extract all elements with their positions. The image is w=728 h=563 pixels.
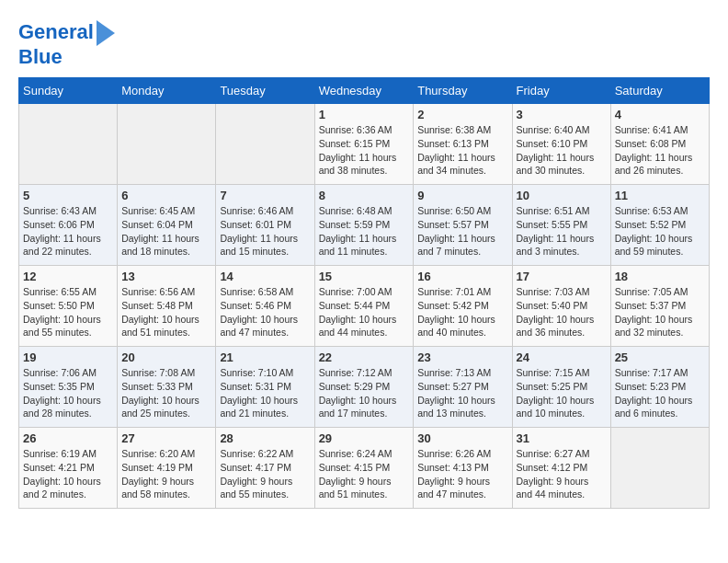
calendar-cell: 26Sunrise: 6:19 AM Sunset: 4:21 PM Dayli… (19, 428, 118, 509)
day-number: 10 (517, 189, 607, 202)
day-number: 22 (319, 350, 410, 364)
calendar-cell: 14Sunrise: 6:58 AM Sunset: 5:46 PM Dayli… (216, 266, 314, 347)
day-number: 13 (121, 270, 211, 283)
day-info: Sunrise: 7:15 AM Sunset: 5:25 PM Dayligh… (517, 366, 607, 420)
day-info: Sunrise: 6:53 AM Sunset: 5:52 PM Dayligh… (615, 204, 705, 259)
calendar-cell: 13Sunrise: 6:56 AM Sunset: 5:48 PM Dayli… (118, 266, 216, 347)
calendar-cell (610, 428, 709, 509)
day-number: 23 (417, 350, 507, 364)
calendar-cell: 28Sunrise: 6:22 AM Sunset: 4:17 PM Dayli… (216, 428, 314, 509)
calendar-cell: 6Sunrise: 6:45 AM Sunset: 6:04 PM Daylig… (118, 185, 216, 266)
day-info: Sunrise: 7:13 AM Sunset: 5:27 PM Dayligh… (417, 366, 507, 420)
day-info: Sunrise: 6:56 AM Sunset: 5:48 PM Dayligh… (121, 285, 211, 339)
calendar-cell: 27Sunrise: 6:20 AM Sunset: 4:19 PM Dayli… (118, 428, 216, 509)
week-row-2: 5Sunrise: 6:43 AM Sunset: 6:06 PM Daylig… (19, 185, 710, 266)
page-header: General Blue (18, 18, 710, 68)
day-header-friday: Friday (512, 78, 610, 104)
day-number: 29 (319, 431, 410, 445)
day-info: Sunrise: 6:24 AM Sunset: 4:15 PM Dayligh… (319, 447, 410, 501)
calendar-cell: 4Sunrise: 6:41 AM Sunset: 6:08 PM Daylig… (610, 104, 709, 185)
calendar-cell: 2Sunrise: 6:38 AM Sunset: 6:13 PM Daylig… (414, 104, 512, 185)
calendar-cell (19, 104, 118, 185)
calendar-table: SundayMondayTuesdayWednesdayThursdayFrid… (18, 77, 710, 509)
calendar-cell: 7Sunrise: 6:46 AM Sunset: 6:01 PM Daylig… (216, 185, 314, 266)
day-info: Sunrise: 6:51 AM Sunset: 5:55 PM Dayligh… (517, 204, 607, 259)
day-info: Sunrise: 7:03 AM Sunset: 5:40 PM Dayligh… (517, 285, 607, 339)
day-info: Sunrise: 6:26 AM Sunset: 4:13 PM Dayligh… (417, 447, 507, 501)
day-info: Sunrise: 6:45 AM Sunset: 6:04 PM Dayligh… (121, 204, 211, 259)
calendar-cell: 9Sunrise: 6:50 AM Sunset: 5:57 PM Daylig… (414, 185, 512, 266)
calendar-cell: 23Sunrise: 7:13 AM Sunset: 5:27 PM Dayli… (414, 347, 512, 428)
day-number: 26 (23, 431, 113, 445)
day-number: 16 (417, 270, 507, 283)
week-row-5: 26Sunrise: 6:19 AM Sunset: 4:21 PM Dayli… (19, 428, 710, 509)
day-info: Sunrise: 7:17 AM Sunset: 5:23 PM Dayligh… (615, 366, 705, 420)
logo-blue-text: Blue (18, 46, 63, 68)
logo-arrow-icon (97, 20, 115, 46)
day-number: 14 (220, 270, 310, 283)
logo-text: General (18, 21, 94, 43)
day-info: Sunrise: 6:46 AM Sunset: 6:01 PM Dayligh… (220, 204, 310, 259)
calendar-cell: 31Sunrise: 6:27 AM Sunset: 4:12 PM Dayli… (512, 428, 610, 509)
calendar-cell (118, 104, 216, 185)
calendar-cell: 30Sunrise: 6:26 AM Sunset: 4:13 PM Dayli… (414, 428, 512, 509)
calendar-cell: 11Sunrise: 6:53 AM Sunset: 5:52 PM Dayli… (610, 185, 709, 266)
day-info: Sunrise: 6:48 AM Sunset: 5:59 PM Dayligh… (319, 204, 410, 259)
day-number: 7 (220, 189, 310, 202)
days-header-row: SundayMondayTuesdayWednesdayThursdayFrid… (19, 78, 710, 104)
day-number: 18 (615, 270, 705, 283)
calendar-cell: 20Sunrise: 7:08 AM Sunset: 5:33 PM Dayli… (118, 347, 216, 428)
day-number: 9 (417, 189, 507, 202)
week-row-4: 19Sunrise: 7:06 AM Sunset: 5:35 PM Dayli… (19, 347, 710, 428)
calendar-cell (216, 104, 314, 185)
day-info: Sunrise: 6:50 AM Sunset: 5:57 PM Dayligh… (417, 204, 507, 259)
day-header-sunday: Sunday (19, 78, 118, 104)
day-info: Sunrise: 7:06 AM Sunset: 5:35 PM Dayligh… (23, 366, 113, 420)
day-info: Sunrise: 6:43 AM Sunset: 6:06 PM Dayligh… (23, 204, 113, 259)
day-info: Sunrise: 7:08 AM Sunset: 5:33 PM Dayligh… (121, 366, 211, 420)
day-number: 25 (615, 350, 705, 364)
day-info: Sunrise: 7:05 AM Sunset: 5:37 PM Dayligh… (615, 285, 705, 339)
day-info: Sunrise: 7:01 AM Sunset: 5:42 PM Dayligh… (417, 285, 507, 339)
calendar-cell: 25Sunrise: 7:17 AM Sunset: 5:23 PM Dayli… (610, 347, 709, 428)
day-info: Sunrise: 6:27 AM Sunset: 4:12 PM Dayligh… (517, 447, 607, 501)
calendar-cell: 10Sunrise: 6:51 AM Sunset: 5:55 PM Dayli… (512, 185, 610, 266)
calendar-cell: 18Sunrise: 7:05 AM Sunset: 5:37 PM Dayli… (610, 266, 709, 347)
day-info: Sunrise: 7:00 AM Sunset: 5:44 PM Dayligh… (319, 285, 410, 339)
day-info: Sunrise: 6:20 AM Sunset: 4:19 PM Dayligh… (121, 447, 211, 501)
calendar-cell: 5Sunrise: 6:43 AM Sunset: 6:06 PM Daylig… (19, 185, 118, 266)
day-number: 28 (220, 431, 310, 445)
day-info: Sunrise: 7:12 AM Sunset: 5:29 PM Dayligh… (319, 366, 410, 420)
day-number: 1 (319, 108, 410, 121)
day-number: 30 (417, 431, 507, 445)
day-header-saturday: Saturday (610, 78, 709, 104)
calendar-cell: 19Sunrise: 7:06 AM Sunset: 5:35 PM Dayli… (19, 347, 118, 428)
day-info: Sunrise: 6:38 AM Sunset: 6:13 PM Dayligh… (417, 123, 507, 178)
calendar-cell: 16Sunrise: 7:01 AM Sunset: 5:42 PM Dayli… (414, 266, 512, 347)
calendar-cell: 17Sunrise: 7:03 AM Sunset: 5:40 PM Dayli… (512, 266, 610, 347)
day-header-monday: Monday (118, 78, 216, 104)
logo: General Blue (18, 18, 115, 68)
day-number: 15 (319, 270, 410, 283)
day-info: Sunrise: 7:10 AM Sunset: 5:31 PM Dayligh… (220, 366, 310, 420)
day-info: Sunrise: 6:41 AM Sunset: 6:08 PM Dayligh… (615, 123, 705, 178)
calendar-cell: 24Sunrise: 7:15 AM Sunset: 5:25 PM Dayli… (512, 347, 610, 428)
calendar-cell: 29Sunrise: 6:24 AM Sunset: 4:15 PM Dayli… (314, 428, 414, 509)
day-info: Sunrise: 6:22 AM Sunset: 4:17 PM Dayligh… (220, 447, 310, 501)
day-number: 11 (615, 189, 705, 202)
day-info: Sunrise: 6:58 AM Sunset: 5:46 PM Dayligh… (220, 285, 310, 339)
day-number: 20 (121, 350, 211, 364)
week-row-3: 12Sunrise: 6:55 AM Sunset: 5:50 PM Dayli… (19, 266, 710, 347)
day-info: Sunrise: 6:36 AM Sunset: 6:15 PM Dayligh… (319, 123, 410, 178)
day-number: 17 (517, 270, 607, 283)
calendar-cell: 8Sunrise: 6:48 AM Sunset: 5:59 PM Daylig… (314, 185, 414, 266)
calendar-cell: 1Sunrise: 6:36 AM Sunset: 6:15 PM Daylig… (314, 104, 414, 185)
day-number: 4 (615, 108, 705, 121)
day-number: 19 (23, 350, 113, 364)
day-number: 21 (220, 350, 310, 364)
day-number: 5 (23, 189, 113, 202)
day-number: 27 (121, 431, 211, 445)
day-header-wednesday: Wednesday (314, 78, 414, 104)
day-number: 2 (417, 108, 507, 121)
day-number: 12 (23, 270, 113, 283)
